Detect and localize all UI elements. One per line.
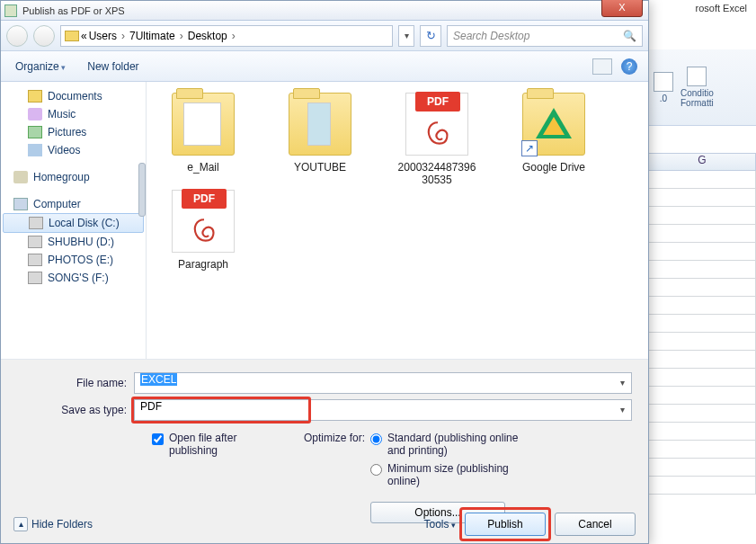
- tree-videos[interactable]: Videos: [1, 141, 146, 159]
- tools-dropdown[interactable]: Tools: [423, 518, 456, 531]
- excel-ribbon: .0 ConditioFormatti: [648, 49, 756, 126]
- folder-icon: [172, 93, 235, 156]
- optimize-minimum-radio[interactable]: Minimum size (publishing online): [370, 462, 531, 487]
- savetype-label: Save as type:: [17, 404, 134, 416]
- tree-shubhu-d[interactable]: SHUBHU (D:): [1, 233, 146, 251]
- optimize-standard-radio[interactable]: Standard (publishing online and printing…: [370, 432, 531, 457]
- nav-bar: « Users 7Ultimate Desktop ▾ ↻ Search Des…: [1, 21, 648, 51]
- disk-icon: [28, 236, 42, 248]
- search-icon: 🔍: [623, 30, 636, 42]
- disk-icon: [28, 254, 42, 266]
- file-youtube-folder[interactable]: YOUTUBE: [271, 93, 369, 186]
- videos-icon: [28, 144, 42, 156]
- tree-computer[interactable]: Computer: [1, 195, 146, 213]
- organize-button[interactable]: Organize: [15, 60, 66, 73]
- shortcut-icon: ↗: [521, 140, 538, 156]
- crumb-7ultimate[interactable]: 7Ultimate: [129, 30, 175, 42]
- tree-scrollbar[interactable]: [138, 163, 146, 217]
- file-list[interactable]: e_Mail YOUTUBE PDF 2000324487396 30535 ↗…: [147, 82, 648, 359]
- crumb-desktop[interactable]: Desktop: [188, 30, 227, 42]
- tree-photos-e[interactable]: PHOTOS (E:): [1, 251, 146, 269]
- tree-songs-f[interactable]: SONG'S (F:): [1, 269, 146, 287]
- tree-local-disk-c[interactable]: Local Disk (C:): [3, 213, 144, 233]
- savetype-select[interactable]: PDF: [134, 399, 632, 421]
- form-area: File name: EXCEL ▾ Save as type: PDF ▾ O…: [1, 359, 648, 531]
- folder-icon: [28, 90, 42, 103]
- publish-button[interactable]: Publish: [465, 513, 546, 536]
- ribbon-decimal[interactable]: .0: [654, 72, 673, 103]
- homegroup-icon: [13, 171, 28, 183]
- dialog-footer: Hide Folders Tools Publish Cancel: [13, 513, 636, 536]
- column-header-g[interactable]: G: [648, 153, 756, 171]
- file-browser: Documents Music Pictures Videos Homegrou…: [1, 82, 648, 359]
- folder-icon: [289, 93, 351, 156]
- new-folder-button[interactable]: New folder: [87, 60, 138, 73]
- disk-icon: [29, 217, 43, 229]
- search-placeholder: Search Desktop: [453, 30, 529, 42]
- close-button[interactable]: X: [601, 0, 643, 17]
- file-google-drive[interactable]: ↗ Google Drive: [504, 93, 603, 186]
- breadcrumb[interactable]: « Users 7Ultimate Desktop: [60, 25, 393, 47]
- filename-label: File name:: [17, 377, 134, 389]
- refresh-button[interactable]: ↻: [420, 25, 441, 47]
- google-drive-icon: [536, 108, 572, 138]
- pdf-badge: PDF: [182, 189, 227, 209]
- pictures-icon: [28, 126, 42, 138]
- dialog-titlebar[interactable]: Publish as PDF or XPS X: [1, 1, 648, 21]
- nav-forward-button[interactable]: [33, 25, 55, 47]
- tree-pictures[interactable]: Pictures: [1, 123, 146, 141]
- excel-titlebar: rosoft Excel: [696, 3, 747, 13]
- nav-back-button[interactable]: [6, 25, 28, 47]
- optimize-label: Optimize for:: [304, 432, 365, 523]
- folder-icon: ↗: [522, 93, 585, 156]
- pdf-icon: PDF: [172, 190, 235, 253]
- search-input[interactable]: Search Desktop 🔍: [447, 25, 643, 47]
- grid-cell[interactable]: [648, 171, 756, 189]
- toolbar: Organize New folder ?: [1, 51, 648, 82]
- tree-music[interactable]: Music: [1, 105, 146, 123]
- excel-background: rosoft Excel .0 ConditioFormatti G: [648, 0, 756, 544]
- excel-icon: [4, 4, 17, 17]
- breadcrumb-dropdown[interactable]: ▾: [398, 25, 414, 47]
- file-pdf-numeric[interactable]: PDF 2000324487396 30535: [387, 93, 486, 186]
- file-email-folder[interactable]: e_Mail: [154, 93, 253, 186]
- ribbon-conditional[interactable]: ConditioFormatti: [680, 67, 714, 108]
- tree-homegroup[interactable]: Homegroup: [1, 168, 146, 186]
- hide-folders-button[interactable]: Hide Folders: [13, 517, 93, 531]
- filename-dropdown[interactable]: ▾: [614, 374, 630, 392]
- pdf-badge: PDF: [415, 92, 460, 111]
- nav-tree: Documents Music Pictures Videos Homegrou…: [1, 82, 147, 359]
- open-after-checkbox[interactable]: Open file after publishing: [152, 432, 268, 457]
- crumb-users[interactable]: Users: [89, 30, 117, 42]
- view-mode-button[interactable]: [592, 58, 612, 75]
- publish-dialog: Publish as PDF or XPS X « Users 7Ultimat…: [0, 0, 649, 544]
- music-icon: [28, 108, 42, 120]
- folder-icon: [65, 31, 79, 41]
- file-paragraph-pdf[interactable]: PDF Paragraph: [154, 190, 253, 271]
- disk-icon: [28, 272, 42, 284]
- tree-documents[interactable]: Documents: [1, 87, 146, 105]
- excel-grid: G: [648, 153, 756, 495]
- savetype-dropdown[interactable]: ▾: [614, 401, 630, 419]
- computer-icon: [13, 198, 28, 210]
- pdf-icon: PDF: [405, 93, 468, 156]
- filename-input[interactable]: EXCEL: [134, 372, 632, 394]
- help-button[interactable]: ?: [621, 58, 637, 75]
- cancel-button[interactable]: Cancel: [555, 513, 636, 536]
- dialog-title: Publish as PDF or XPS: [22, 5, 125, 16]
